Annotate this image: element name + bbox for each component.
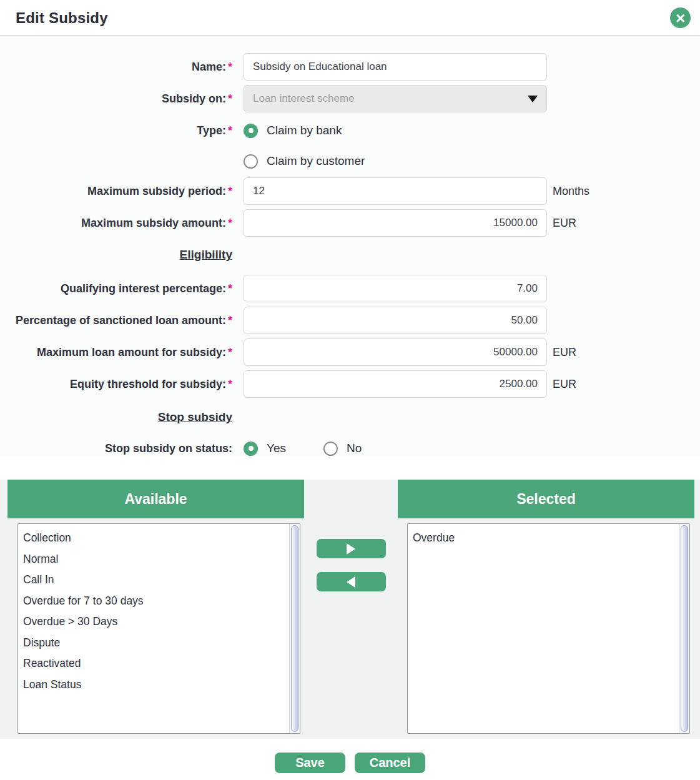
radio-label: Yes [267,442,286,455]
max-period-input[interactable] [244,177,547,205]
required-asterisk: * [228,314,232,327]
move-left-button[interactable] [317,572,386,591]
close-icon: × [676,9,685,27]
list-item[interactable]: Overdue for 7 to 30 days [23,591,286,612]
scrollbar-thumb[interactable] [681,525,688,732]
max-loan-amount-input[interactable] [244,338,547,366]
list-item[interactable]: Collection [23,528,286,549]
max-loan-amount-currency: EUR [553,346,576,359]
type-label: Type: [197,124,226,137]
arrow-left-icon [347,576,355,588]
radio-unselected-icon[interactable] [244,154,258,169]
max-period-unit: Months [553,185,589,198]
footer-actions: Save Cancel [0,739,700,780]
type-option-claim-by-customer[interactable]: Claim by customer [244,154,365,169]
stop-status-label: Stop subsidy on status: [105,442,232,455]
subsidy-on-select: Loan interest scheme [244,85,547,112]
cancel-button[interactable]: Cancel [355,753,425,773]
name-input[interactable] [244,53,547,81]
eligibility-section-title: Eligibility [0,248,244,262]
subsidy-on-value: Loan interest scheme [253,92,355,105]
max-amount-currency: EUR [553,217,576,230]
eligibility-section: Eligibility [0,248,700,262]
subsidy-on-label: Subsidy on: [162,92,226,105]
radio-label: No [347,442,362,455]
selected-title: Selected [516,491,576,508]
pct-sanctioned-label: Percentage of sanctioned loan amount: [16,314,226,327]
required-asterisk: * [228,61,232,73]
stop-status-option-no[interactable]: No [323,442,362,456]
type-row: Type:* Claim by bank [0,122,700,139]
radio-unselected-icon[interactable] [323,442,338,456]
list-item[interactable]: Call In [23,570,286,591]
max-loan-amount-row: Maximum loan amount for subsidy:* EUR [0,338,700,366]
dialog-titlebar: Edit Subsidy × [0,0,700,36]
stop-status-row: Stop subsidy on status: Yes No [0,440,700,457]
required-asterisk: * [228,92,232,105]
max-amount-label: Maximum subsidy amount: [81,217,226,229]
max-loan-amount-label: Maximum loan amount for subsidy: [37,346,226,358]
type-option-claim-by-bank[interactable]: Claim by bank [244,124,342,138]
required-asterisk: * [228,282,232,295]
max-period-row: Maximum subsidy period:* Months [0,177,700,205]
equity-threshold-input[interactable] [244,370,547,398]
radio-selected-icon[interactable] [244,124,258,138]
equity-threshold-row: Equity threshold for subsidy:* EUR [0,370,700,398]
qualifying-interest-input[interactable] [244,275,547,302]
stop-status-option-yes[interactable]: Yes [244,442,286,456]
required-asterisk: * [228,124,232,137]
stop-subsidy-section-title: Stop subsidy [0,410,244,424]
radio-selected-icon[interactable] [244,442,258,456]
required-asterisk: * [228,217,232,229]
move-right-button[interactable] [317,539,386,558]
chevron-down-icon [528,96,538,102]
required-asterisk: * [228,378,232,390]
stop-subsidy-section: Stop subsidy [0,410,700,424]
required-asterisk: * [228,346,232,358]
available-scrollbar[interactable] [289,524,300,733]
subsidy-form: Name:* Subsidy on:* Loan interest scheme… [0,36,700,457]
status-duallist-panel: Available Collection Normal Call In Over… [0,480,700,739]
required-asterisk: * [228,185,232,197]
list-item[interactable]: Overdue [413,528,676,549]
list-item[interactable]: Normal [23,549,286,570]
name-row: Name:* [0,53,700,81]
selected-header: Selected [398,480,694,518]
selected-listbox[interactable]: Overdue [407,523,690,734]
arrow-right-icon [347,543,355,555]
name-label: Name: [192,61,226,73]
list-item[interactable]: Dispute [23,633,286,654]
transfer-controls [304,480,398,734]
close-button[interactable]: × [670,7,691,28]
max-amount-row: Maximum subsidy amount:* EUR [0,209,700,237]
pct-sanctioned-row: Percentage of sanctioned loan amount:* [0,307,700,334]
available-title: Available [124,491,187,508]
scrollbar-thumb[interactable] [291,525,298,732]
available-header: Available [7,480,304,518]
equity-threshold-label: Equity threshold for subsidy: [70,378,226,390]
list-item[interactable]: Reactivated [23,653,286,674]
type-row2: Claim by customer [0,153,700,169]
list-item[interactable]: Overdue > 30 Days [23,611,286,633]
radio-label: Claim by bank [267,124,342,137]
list-item[interactable]: Loan Status [23,674,286,696]
selected-scrollbar[interactable] [679,524,689,733]
qualifying-interest-row: Qualifying interest percentage:* [0,275,700,302]
page-title: Edit Subsidy [16,9,108,27]
equity-threshold-currency: EUR [553,378,576,391]
max-amount-input[interactable] [244,209,547,237]
save-button[interactable]: Save [275,753,345,773]
qualifying-interest-label: Qualifying interest percentage: [61,282,226,295]
available-listbox[interactable]: Collection Normal Call In Overdue for 7 … [17,523,300,734]
subsidy-on-row: Subsidy on:* Loan interest scheme [0,85,700,112]
radio-label: Claim by customer [267,154,365,168]
pct-sanctioned-input[interactable] [244,307,547,334]
max-period-label: Maximum subsidy period: [87,185,226,197]
